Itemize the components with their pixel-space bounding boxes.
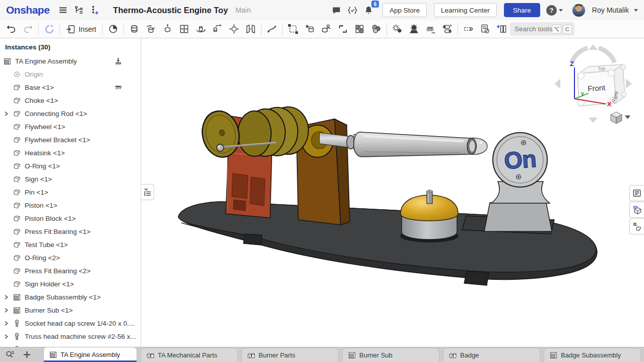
display-states-button[interactable] [477,22,493,37]
view-cube-front-label[interactable]: Front [588,83,606,93]
tab-badge-subassembly[interactable]: Badge Subassembly [544,348,641,362]
instance-row[interactable]: Press Fit Bearing <2> [0,264,141,277]
instance-row[interactable]: Sign <1> [0,172,141,186]
notifications-bell-icon[interactable]: 6 [362,4,375,17]
redo-button[interactable] [20,22,36,37]
app-store-button[interactable]: App Store [382,3,427,17]
expand-chevron-icon[interactable] [3,319,13,327]
revolute-mate-button[interactable] [143,22,159,37]
expand-chevron-icon[interactable] [3,109,13,117]
base-foot[interactable] [464,271,489,285]
user-avatar[interactable] [572,4,586,17]
instance-row[interactable]: Truss head machine screw #2-56 x... [0,343,141,347]
bom-table-button[interactable] [493,22,510,37]
instance-row[interactable]: Piston <1> [0,199,141,212]
update-document-button[interactable] [41,22,57,37]
tab-ta-engine-assembly[interactable]: TA Engine Assembly [43,347,137,362]
instance-row[interactable]: Choke <1> [0,94,141,107]
expand-chevron-icon[interactable] [3,293,13,301]
ball-mate-button[interactable] [226,22,242,37]
edit-in-context-button[interactable] [301,22,318,37]
instance-row[interactable]: Badge Subassembly <1> [0,290,141,304]
learning-center-button[interactable]: Learning Center [434,3,497,17]
instance-row[interactable]: Press Fit Bearing <1> [0,225,141,238]
insert-button[interactable]: Insert [62,22,100,37]
undo-button[interactable] [3,22,20,37]
tab-burner-sub[interactable]: Burner Sub [342,348,439,362]
crank-pin[interactable] [217,144,224,151]
expand-chevron-icon[interactable] [3,306,13,314]
instances-spheres-button[interactable] [368,22,384,37]
snap-mode-button[interactable] [264,22,280,37]
rotate-cw-arrow[interactable] [599,48,615,63]
create-version-icon[interactable] [89,4,102,17]
tab-ta-mechanical-parts[interactable]: TA Mechanical Parts [141,348,238,362]
flywheel-pulleys[interactable] [238,107,308,156]
burner-wick-tube[interactable] [427,190,432,204]
search-tools-box[interactable]: C [510,22,574,36]
rotate-down-arrow[interactable] [589,117,598,123]
instance-row[interactable]: Base <1> [0,81,141,94]
exploded-view-button[interactable] [285,22,301,37]
anchored-icon[interactable] [114,57,122,66]
add-tab-button[interactable] [20,348,33,361]
search-tools-input[interactable] [510,22,553,36]
instance-row[interactable]: O-Ring <2> [0,251,141,264]
instance-row-origin[interactable]: Origin [0,68,141,81]
rotate-right-arrow[interactable] [626,79,632,89]
documents-menu-icon[interactable] [56,4,70,17]
featurescript-check-icon[interactable] [346,4,359,17]
graphics-viewport[interactable]: On [141,38,644,347]
instance-row[interactable]: Burner Sub <1> [0,304,141,317]
instance-row[interactable]: Sign Holder <1> [0,277,141,290]
view-cube-top-label[interactable]: Top [598,66,605,71]
features-panel-toggle[interactable] [141,184,154,200]
comments-icon[interactable] [330,4,343,17]
gear-relation-button[interactable] [406,22,422,37]
instance-row[interactable]: Test Tube <1> [0,238,141,251]
user-name[interactable]: Roy Mutalik [592,6,629,14]
instance-row[interactable]: Flywheel <1> [0,120,141,133]
mate-connector-panel-toggle[interactable] [629,218,644,234]
parallel-mate-button[interactable] [242,22,259,37]
badge-sign-part[interactable]: On [497,137,543,183]
help-menu[interactable]: ? [546,4,563,17]
view-options-button[interactable] [611,112,630,124]
expand-chevron-icon[interactable] [3,332,13,340]
belt-relation-button[interactable] [439,22,456,37]
instance-row[interactable]: Socket head cap screw 1/4-20 x 0.... [0,317,141,330]
burner-part[interactable] [401,190,458,239]
onshape-logo[interactable]: Onshape [6,4,49,16]
rotate-up-arrow[interactable] [589,44,598,50]
versions-icon[interactable] [73,4,86,17]
tab-manager-button[interactable] [3,348,16,361]
instance-row[interactable]: Flywheel Bracket <1> [0,133,141,146]
instance-row-assembly-root[interactable]: TA Engine Assembly [0,54,141,68]
view-cube[interactable]: Top Front Right Z X Y [547,41,638,126]
tab-badge[interactable]: Badge [443,348,540,362]
workspace-name[interactable]: Main [235,6,250,14]
user-menu-chevron-icon[interactable] [634,9,638,12]
instance-row[interactable]: Pin <1> [0,186,141,199]
grounded-icon[interactable] [114,83,122,92]
slider-mate-button[interactable] [159,22,176,37]
instance-row[interactable]: Connecting Rod <1> [0,107,141,120]
instance-row[interactable]: Piston Block <1> [0,212,141,225]
rotate-left-arrow[interactable] [554,79,560,89]
base-foot[interactable] [243,234,262,245]
fastened-mate-button[interactable] [126,22,143,37]
relations-button[interactable] [389,22,406,37]
rack-pinion-relation-button[interactable] [422,22,439,37]
bom-panel-toggle[interactable] [629,185,644,201]
planar-mate-button[interactable] [176,22,192,37]
instance-row[interactable]: Heatsink <1> [0,146,141,159]
pin-slot-mate-button[interactable] [209,22,226,37]
linear-pattern-button[interactable] [351,22,368,37]
section-view-button[interactable] [460,22,477,37]
configurations-button[interactable] [318,22,335,37]
tab-burner-parts[interactable]: Burner Parts [241,348,339,362]
instance-row[interactable]: O-Ring <1> [0,159,141,172]
share-button[interactable]: Share [504,3,540,17]
named-positions-button[interactable] [105,22,121,37]
instance-row[interactable]: Truss head machine screw #2-56 x... [0,330,141,343]
